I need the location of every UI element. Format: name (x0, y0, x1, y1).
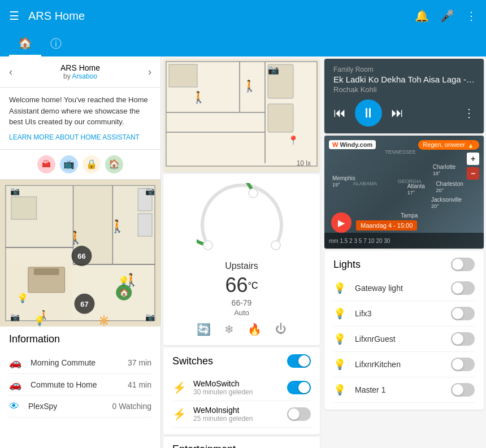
svg-text:🚶: 🚶 (110, 219, 125, 234)
svg-point-48 (249, 189, 258, 198)
weather-scale-bar: mm 1.5 2 3 5 7 10 20 30 (324, 233, 484, 249)
floorplan-card: 🚶 🚶 📷 📍 10 lx (163, 59, 320, 172)
light-lifx3-toggle[interactable] (451, 307, 475, 320)
map-city-jacksonville: Jacksonville20° (431, 197, 462, 209)
zoom-in-btn[interactable]: + (467, 153, 479, 165)
svg-rect-40 (169, 64, 197, 87)
wemo-switch-info: WeMoSwitch 30 minuten geleden (193, 379, 287, 396)
floorplan-middle: 🚶 🚶 📷 📍 10 lx (163, 59, 320, 172)
light-lifxnrkitchen-toggle[interactable] (451, 358, 475, 371)
tab-home[interactable]: 🏠 (9, 32, 41, 56)
weather-map: W Windy.com Regen, onweer 🔥 + − Memphis1… (324, 136, 484, 249)
svg-text:📷: 📷 (145, 312, 155, 321)
wemo-switch-name: WeMoSwitch (193, 379, 287, 388)
light-master1-name: Master 1 (355, 385, 451, 394)
bulb-icon-lifxnrguest: 💡 (333, 333, 346, 345)
light-gateway: 💡 Gateway light (333, 276, 475, 301)
map-state-georgia: GEORGIA (398, 179, 422, 184)
car-icon: 🚗 (9, 356, 21, 369)
light-master1: 💡 Master 1 (333, 377, 475, 403)
notification-icon[interactable]: 🔔 (415, 9, 429, 23)
music-controls-row: ⏮ ⏸ ⏭ ⋮ (333, 99, 475, 127)
right-panel: Family Room Ek Ladki Ko Dekha Toh Aisa L… (322, 56, 486, 448)
music-card: Family Room Ek Ladki Ko Dekha Toh Aisa L… (324, 59, 484, 133)
thermostat-range: 66-79 (172, 298, 311, 307)
map-city-atlanta: Atlanta17° (407, 183, 425, 195)
commute-home-label: Commute to Home (31, 380, 128, 389)
tab-bar: 🏠 ⓘ (0, 32, 486, 56)
info-row-plexspy: 👁 PlexSpy 0 Watching (9, 396, 151, 417)
home-icon-home[interactable]: 🏠 (105, 155, 123, 173)
map-state-alabama: ALABAMA (353, 181, 377, 186)
light-lifxnrkitchen-name: LifxnrKitchen (355, 360, 451, 369)
home-icon-mountain[interactable]: 🏔 (37, 155, 55, 173)
weather-zoom-controls: + − (467, 153, 479, 180)
svg-text:🚶: 🚶 (242, 79, 257, 93)
music-room: Family Room (333, 66, 475, 73)
music-more-icon[interactable]: ⋮ (463, 106, 475, 120)
map-state-tennessee: TENNESSEE (385, 149, 416, 155)
music-prev[interactable]: ⏮ (333, 106, 346, 120)
mic-icon[interactable]: 🎤 (440, 9, 454, 23)
header-actions: 🔔 🎤 ⋮ (415, 9, 477, 23)
svg-text:📷: 📷 (10, 186, 20, 196)
svg-text:67: 67 (80, 299, 88, 308)
light-master1-toggle[interactable] (451, 383, 475, 397)
thermostat-refresh[interactable]: 🔄 (197, 323, 211, 336)
zoom-out-btn[interactable]: − (467, 167, 479, 180)
svg-rect-11 (11, 197, 37, 219)
light-lifxnrguest-name: LifxnrGuest (355, 334, 451, 343)
svg-rect-33 (34, 268, 59, 275)
map-city-charleston: Charleston20° (436, 181, 463, 193)
svg-text:📷: 📷 (268, 64, 279, 75)
map-city-tampa: Tampa (401, 212, 418, 219)
svg-rect-13 (138, 214, 152, 236)
location-author-link[interactable]: Arsaboo (72, 72, 97, 80)
bulb-icon-gateway: 💡 (333, 282, 346, 294)
home-icon-lock[interactable]: 🔒 (83, 155, 101, 173)
switches-title: Switches (172, 355, 213, 367)
floorplan-left: 66 67 🚶 🚶 🚶 🚶 💡 💡 💡 📷 📷 📷 📷 🏠 (0, 180, 160, 327)
thermostat-card: Upstairs 66°C 66-79 Auto 🔄 ❄ 🔥 ⏻ (163, 174, 320, 345)
weather-play-btn[interactable]: ▶ (331, 212, 352, 233)
svg-point-49 (271, 241, 280, 250)
thermostat-flame[interactable]: 🔥 (248, 323, 262, 336)
switches-master-toggle[interactable] (287, 354, 311, 368)
thermostat-power[interactable]: ⏻ (275, 323, 287, 336)
switches-toggle-knob (298, 355, 310, 367)
map-city-memphis: Memphis19° (332, 175, 355, 188)
wemo-insight-name: WeMoInsight (193, 406, 287, 415)
switch-wemo-insight: ⚡ WeMoInsight 25 minuten geleden (172, 401, 311, 428)
location-by: by Arsaboo (12, 72, 148, 80)
tab-info[interactable]: ⓘ (41, 32, 71, 56)
wemo-switch-time: 30 minuten geleden (193, 388, 287, 396)
location-title: ARS Home by Arsaboo (12, 63, 148, 80)
light-gateway-toggle[interactable] (451, 281, 475, 295)
map-city-charlotte: Charlotte18° (433, 164, 456, 176)
wemo-switch-icon: ⚡ (172, 381, 186, 394)
thermostat-snowflake[interactable]: ❄ (224, 323, 234, 336)
plexspy-value: 0 Watching (112, 402, 151, 411)
main-container: ‹ ARS Home by Arsaboo › Welcome home! Yo… (0, 56, 486, 448)
left-panel: ‹ ARS Home by Arsaboo › Welcome home! Yo… (0, 56, 161, 448)
svg-text:📷: 📷 (10, 312, 20, 321)
switch-wemo-switch: ⚡ WeMoSwitch 30 minuten geleden (172, 375, 311, 401)
wemo-insight-toggle[interactable] (287, 407, 311, 421)
home-icons-row: 🏔 📺 🔒 🏠 (0, 150, 160, 180)
lights-master-knob (452, 259, 463, 270)
lights-master-toggle[interactable] (451, 258, 475, 271)
light-lifxnrguest-toggle[interactable] (451, 332, 475, 346)
learn-more-link[interactable]: LEARN MORE ABOUT HOME ASSISTANT (9, 132, 151, 142)
location-next[interactable]: › (148, 66, 151, 78)
music-play-btn[interactable]: ⏸ (355, 99, 382, 127)
eye-icon: 👁 (9, 401, 19, 412)
info-row-morning-commute: 🚗 Morning Commute 37 min (9, 352, 151, 374)
bulb-icon-master1: 💡 (333, 384, 346, 396)
music-next[interactable]: ⏭ (391, 106, 403, 120)
more-icon[interactable]: ⋮ (466, 9, 477, 23)
menu-icon[interactable]: ☰ (9, 9, 19, 23)
home-icon-tv[interactable]: 📺 (60, 155, 78, 173)
wemo-switch-toggle[interactable] (287, 381, 311, 394)
entertainment-card: Entertainment (163, 437, 320, 448)
wemo-switch-knob (298, 382, 310, 393)
